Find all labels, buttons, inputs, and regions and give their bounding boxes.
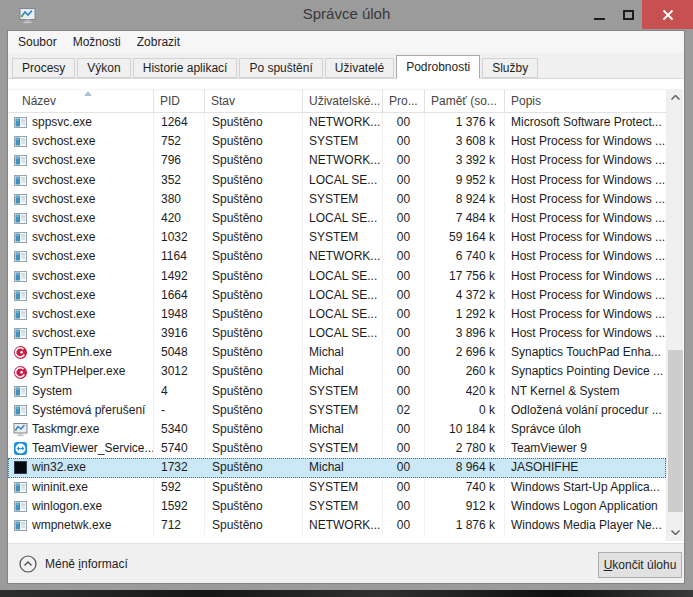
tab-historie-aplikaci[interactable]: Historie aplikací: [133, 58, 238, 78]
cell-status: Spuštěno: [205, 478, 303, 497]
table-row[interactable]: TeamViewer_Service...5740SpuštěnoSYSTEM0…: [8, 439, 666, 458]
table-row[interactable]: SynTPEnh.exe5048SpuštěnoMichal002 696 kS…: [8, 343, 666, 362]
synaptics-icon: [13, 365, 28, 380]
column-header-status[interactable]: Stav: [205, 90, 303, 112]
table-row[interactable]: winlogon.exe1592SpuštěnoSYSTEM00912 kWin…: [8, 497, 666, 516]
table-row[interactable]: svchost.exe380SpuštěnoSYSTEM008 924 kHos…: [8, 190, 666, 209]
table-row[interactable]: svchost.exe752SpuštěnoSYSTEM003 608 kHos…: [8, 132, 666, 151]
cell-status: Spuštěno: [205, 516, 303, 535]
cell-status: Spuštěno: [205, 267, 303, 286]
close-icon: [662, 9, 674, 21]
cell-user: SYSTEM: [303, 228, 383, 247]
tab-podrobnosti[interactable]: Podrobnosti: [396, 55, 480, 79]
tab-vykon[interactable]: Výkon: [77, 58, 130, 78]
cell-name: svchost.exe: [8, 228, 154, 247]
menu-item-zobrazit[interactable]: Zobrazit: [129, 32, 188, 52]
cell-name: svchost.exe: [8, 324, 154, 343]
cell-cpu: 00: [383, 439, 425, 458]
column-header-memory[interactable]: Paměť (so...: [425, 90, 505, 112]
tab-procesy[interactable]: Procesy: [12, 58, 75, 78]
table-row[interactable]: System4SpuštěnoSYSTEM00420 kNT Kernel & …: [8, 382, 666, 401]
cell-status: Spuštěno: [205, 382, 303, 401]
process-name: winlogon.exe: [32, 497, 102, 516]
cell-memory: 7 484 k: [425, 209, 505, 228]
table-row[interactable]: Systémová přerušení-SpuštěnoSYSTEM020 kO…: [8, 401, 666, 420]
cell-pid: 1732: [154, 458, 205, 477]
cell-description: Host Process for Windows ...: [505, 286, 666, 305]
column-header-cpu[interactable]: Pro...: [383, 90, 425, 112]
scroll-up-button[interactable]: [667, 89, 684, 106]
app-window-icon: [13, 173, 28, 188]
close-button[interactable]: [642, 0, 693, 29]
table-row[interactable]: SynTPHelper.exe3012SpuštěnoMichal00260 k…: [8, 362, 666, 381]
table-row[interactable]: win32.exe1732SpuštěnoMichal008 964 kJASO…: [8, 458, 666, 477]
cell-name: Systémová přerušení: [8, 401, 154, 420]
cell-pid: 420: [154, 209, 205, 228]
cell-description: TeamViewer 9: [505, 439, 666, 458]
table-row[interactable]: Taskmgr.exe5340SpuštěnoMichal0010 184 kS…: [8, 420, 666, 439]
cell-memory: 420 k: [425, 382, 505, 401]
less-info-toggle[interactable]: Méně informací: [19, 555, 128, 573]
cell-user: LOCAL SE...: [303, 305, 383, 324]
end-task-button[interactable]: Ukončit úlohu: [598, 552, 682, 578]
process-name: win32.exe: [32, 458, 86, 477]
cell-pid: 752: [154, 132, 205, 151]
tab-uzivatele[interactable]: Uživatelé: [325, 58, 394, 78]
cell-cpu: 00: [383, 286, 425, 305]
table-row[interactable]: svchost.exe420SpuštěnoLOCAL SE...007 484…: [8, 209, 666, 228]
column-header-description[interactable]: Popis: [505, 90, 666, 112]
app-window-icon: [13, 307, 28, 322]
table-row[interactable]: svchost.exe1492SpuštěnoLOCAL SE...0017 7…: [8, 267, 666, 286]
table-row[interactable]: svchost.exe1664SpuštěnoLOCAL SE...004 37…: [8, 286, 666, 305]
table-row[interactable]: svchost.exe796SpuštěnoNETWORK...003 392 …: [8, 151, 666, 170]
menu-item-moznosti[interactable]: Možnosti: [65, 32, 129, 52]
task-manager-window: Správce úloh SouborMožnostiZobrazit Proc…: [0, 0, 693, 590]
cell-status: Spuštěno: [205, 209, 303, 228]
cell-user: Michal: [303, 458, 383, 477]
column-header-user[interactable]: Uživatelské...: [303, 90, 383, 112]
cell-pid: 712: [154, 516, 205, 535]
scroll-down-button[interactable]: [667, 524, 684, 541]
table-row[interactable]: svchost.exe3916SpuštěnoLOCAL SE...003 89…: [8, 324, 666, 343]
tab-sluzby[interactable]: Služby: [482, 58, 538, 78]
cell-user: SYSTEM: [303, 382, 383, 401]
process-name: wmpnetwk.exe: [32, 516, 111, 535]
scrollbar-thumb[interactable]: [668, 350, 683, 512]
cell-cpu: 00: [383, 458, 425, 477]
app-window-icon: [13, 153, 28, 168]
cell-description: Host Process for Windows ...: [505, 171, 666, 190]
cell-cpu: 00: [383, 343, 425, 362]
cell-user: SYSTEM: [303, 401, 383, 420]
menu-item-soubor[interactable]: Soubor: [10, 32, 65, 52]
cell-cpu: 00: [383, 267, 425, 286]
process-name: svchost.exe: [32, 247, 95, 266]
chevron-up-icon: [671, 95, 680, 100]
titlebar[interactable]: Správce úloh: [0, 0, 693, 31]
vertical-scrollbar[interactable]: [666, 89, 683, 541]
cell-cpu: 00: [383, 209, 425, 228]
table-row[interactable]: svchost.exe1948SpuštěnoLOCAL SE...001 29…: [8, 305, 666, 324]
table-row[interactable]: svchost.exe352SpuštěnoLOCAL SE...009 952…: [8, 171, 666, 190]
maximize-button[interactable]: [614, 0, 642, 29]
cell-memory: 260 k: [425, 362, 505, 381]
column-header-pid[interactable]: PID: [154, 90, 205, 112]
cell-name: SynTPHelper.exe: [8, 362, 154, 381]
caption-buttons: [584, 0, 693, 29]
cell-cpu: 00: [383, 478, 425, 497]
cell-description: Synaptics TouchPad Enha...: [505, 343, 666, 362]
table-row[interactable]: svchost.exe1032SpuštěnoSYSTEM0059 164 kH…: [8, 228, 666, 247]
cell-name: wininit.exe: [8, 478, 154, 497]
minimize-button[interactable]: [584, 0, 614, 29]
tab-po-spusteni[interactable]: Po spuštění: [239, 58, 322, 78]
table-row[interactable]: wininit.exe592SpuštěnoSYSTEM00740 kWindo…: [8, 478, 666, 497]
table-row[interactable]: svchost.exe1164SpuštěnoNETWORK...006 740…: [8, 247, 666, 266]
collapse-circle-icon: [19, 555, 37, 573]
table-row[interactable]: sppsvc.exe1264SpuštěnoNETWORK...001 376 …: [8, 113, 666, 132]
cell-cpu: 00: [383, 362, 425, 381]
column-header-name[interactable]: Název: [8, 90, 154, 112]
list-header: Název PID Stav Uživatelské... Pro... Pam…: [8, 89, 666, 113]
table-row[interactable]: wmpnetwk.exe712SpuštěnoNETWORK...001 876…: [8, 516, 666, 535]
process-name: svchost.exe: [32, 305, 95, 324]
cell-name: svchost.exe: [8, 151, 154, 170]
cell-description: Synaptics Pointing Device ...: [505, 362, 666, 381]
